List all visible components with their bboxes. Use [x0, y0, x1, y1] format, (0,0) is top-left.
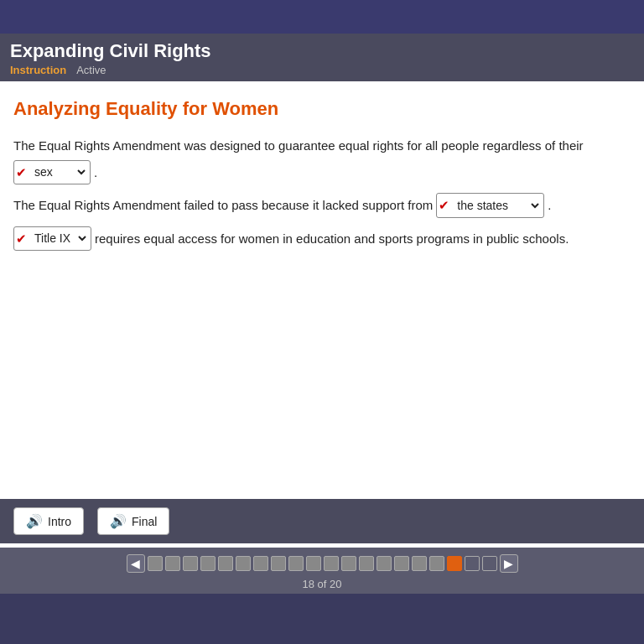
dot-10[interactable]	[306, 556, 321, 571]
dropdown3-select[interactable]: Title IX Title VII Title VI	[29, 230, 89, 247]
dot-16[interactable]	[412, 556, 427, 571]
dot-1[interactable]	[148, 556, 163, 571]
final-audio-icon: 🔊	[110, 513, 127, 529]
dot-11[interactable]	[324, 556, 339, 571]
dot-17[interactable]	[429, 556, 444, 571]
footer-bar: 🔊 Intro 🔊 Final	[0, 499, 644, 543]
dropdown2-wrapper[interactable]: ✔ the states Congress the President	[436, 193, 544, 218]
sentence2-after: .	[548, 195, 551, 216]
sentence-1: The Equal Rights Amendment was designed …	[13, 135, 631, 184]
sentence1-before: The Equal Rights Amendment was designed …	[13, 135, 584, 157]
pagination-dots: ◀ ▶	[127, 554, 518, 573]
sentence3-after: requires equal access for women in educa…	[95, 228, 569, 250]
content-title: Analyzing Equality for Women	[13, 98, 631, 120]
intro-audio-icon: 🔊	[26, 513, 43, 529]
dropdown1-wrapper[interactable]: ✔ sex race religion	[13, 160, 91, 185]
top-bar	[0, 0, 644, 34]
dot-19[interactable]	[465, 556, 480, 571]
dot-5[interactable]	[218, 556, 233, 571]
intro-button[interactable]: 🔊 Intro	[13, 507, 84, 535]
header: Expanding Civil Rights Instruction Activ…	[0, 34, 644, 81]
dot-7[interactable]	[253, 556, 268, 571]
final-label: Final	[132, 515, 157, 528]
dot-14[interactable]	[377, 556, 392, 571]
dot-9[interactable]	[288, 556, 304, 571]
final-button[interactable]: 🔊 Final	[97, 507, 169, 535]
check-icon-1: ✔	[16, 162, 27, 184]
sentence-3: ✔ Title IX Title VII Title VI requires e…	[13, 226, 631, 252]
sentence1-after: .	[94, 162, 97, 184]
pagination-bar: ◀ ▶ 18 of 20	[0, 548, 644, 594]
header-meta: Instruction Active	[10, 64, 634, 76]
dot-4[interactable]	[200, 556, 216, 571]
dropdown2-select[interactable]: the states Congress the President	[452, 197, 542, 214]
instruction-label: Instruction	[10, 64, 66, 76]
page-title: Expanding Civil Rights	[10, 40, 634, 62]
dot-3[interactable]	[183, 556, 198, 571]
check-icon-3: ✔	[16, 228, 27, 250]
dropdown3-wrapper[interactable]: ✔ Title IX Title VII Title VI	[13, 226, 91, 252]
dot-20[interactable]	[482, 556, 497, 571]
dot-12[interactable]	[341, 556, 356, 571]
dot-2[interactable]	[165, 556, 180, 571]
active-label: Active	[76, 64, 106, 76]
bottom-strip	[0, 594, 644, 644]
dot-6[interactable]	[236, 556, 251, 571]
page-label: 18 of 20	[303, 578, 342, 590]
intro-label: Intro	[48, 515, 71, 528]
dot-13[interactable]	[359, 556, 374, 571]
next-arrow[interactable]: ▶	[500, 554, 518, 573]
sentence-2: The Equal Rights Amendment failed to pas…	[13, 193, 631, 218]
sentence2-before: The Equal Rights Amendment failed to pas…	[13, 195, 433, 216]
dot-15[interactable]	[394, 556, 409, 571]
check-icon-2: ✔	[439, 195, 449, 216]
prev-arrow[interactable]: ◀	[127, 554, 145, 573]
dot-18[interactable]	[447, 556, 462, 571]
dropdown1-select[interactable]: sex race religion	[29, 164, 88, 180]
dot-8[interactable]	[271, 556, 286, 571]
content-area: Analyzing Equality for Women The Equal R…	[0, 81, 644, 450]
